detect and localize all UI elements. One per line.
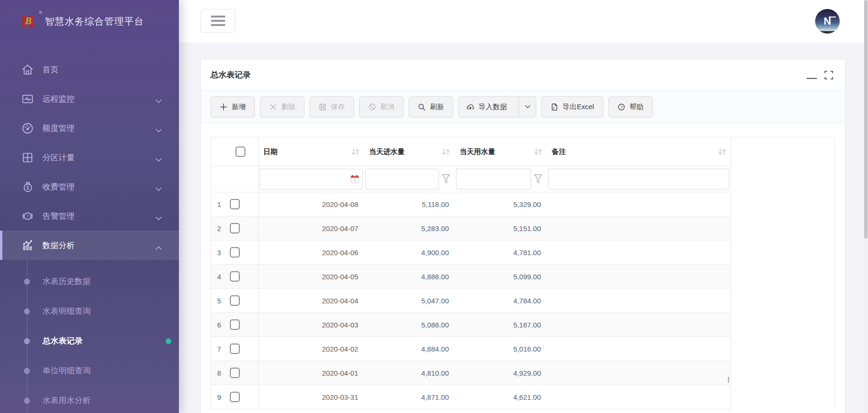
row-checkbox[interactable] <box>230 199 240 209</box>
sort-icon[interactable] <box>717 148 727 156</box>
fullscreen-icon[interactable] <box>824 70 834 80</box>
import-data-button[interactable]: 导入数据 <box>458 96 536 118</box>
cell-remark <box>547 337 731 361</box>
cell-remark <box>547 265 731 288</box>
row-checkbox[interactable] <box>230 319 240 330</box>
save-button[interactable]: 保存 <box>310 96 354 118</box>
row-spacer <box>731 361 834 385</box>
cancel-button[interactable]: 取消 <box>359 96 404 118</box>
sidebar-toggle-button[interactable] <box>201 9 235 33</box>
logo-letter-b: B <box>25 15 32 27</box>
table-row: 4 2020-04-05 4,888.00 5,099.00 <box>211 265 834 289</box>
column-divider <box>258 138 259 409</box>
minimize-icon[interactable] <box>807 78 817 79</box>
cell-inflow: 4,810.00 <box>364 361 455 385</box>
sort-icon[interactable] <box>441 148 451 156</box>
cell-usage: 4,781.00 <box>455 241 547 264</box>
save-icon <box>319 103 327 111</box>
logo-registered-mark: ® <box>39 10 42 15</box>
row-checkbox[interactable] <box>230 392 240 402</box>
sidebar-item-zone-metering[interactable]: 分区计量 <box>0 143 179 172</box>
row-checkbox[interactable] <box>230 295 240 306</box>
chevron-down-icon <box>155 185 162 189</box>
sidebar-item-remote-monitoring[interactable]: 远程监控 <box>0 84 179 113</box>
panel-title: 总水表记录 <box>211 69 807 80</box>
sidebar-item-quota-management[interactable]: 额度管理 <box>0 113 179 143</box>
header-select-cell <box>211 138 258 166</box>
select-all-checkbox[interactable] <box>236 146 245 157</box>
data-analysis-submenu: 水表历史数据 水表明细查询 总水表记录 单位明细查询 水表用水分析 <box>0 260 179 413</box>
monitor-icon <box>21 93 34 105</box>
refresh-button[interactable]: 刷新 <box>409 96 453 118</box>
cell-usage: 4,784.00 <box>455 289 547 312</box>
sidebar-subitem-label: 总水表记录 <box>42 336 83 346</box>
calendar-icon[interactable] <box>350 175 359 183</box>
search-icon <box>418 103 426 111</box>
row-checkbox[interactable] <box>230 344 240 354</box>
header-usage[interactable]: 当天用水量 <box>455 138 547 166</box>
table-row: 9 2020-03-31 4,871.00 4,621.00 <box>211 385 834 409</box>
svg-text:?: ? <box>620 104 623 109</box>
date-filter-input[interactable] <box>260 169 362 189</box>
cell-remark <box>547 289 731 312</box>
page-scrollbar-track[interactable] <box>864 0 868 413</box>
table-row: 2 2020-04-07 5,283.00 5,151.00 <box>211 216 834 241</box>
user-avatar[interactable]: N <box>815 9 840 34</box>
row-checkbox[interactable] <box>230 271 240 282</box>
header-date[interactable]: 日期 <box>258 138 364 166</box>
row-select-cell: 1 <box>211 192 258 216</box>
sidebar-item-label: 首页 <box>42 64 162 75</box>
remark-filter-input[interactable] <box>548 169 729 189</box>
cell-usage: 5,099.00 <box>455 265 547 288</box>
sidebar-item-fee-management[interactable]: $ 收费管理 <box>0 172 179 201</box>
cell-date: 2020-04-03 <box>258 313 364 336</box>
sidebar-item-alarm-management[interactable]: ! 告警管理 <box>0 201 179 231</box>
import-dropdown-toggle[interactable] <box>519 97 536 117</box>
svg-text:x: x <box>553 106 555 110</box>
filter-inflow-cell <box>364 166 455 192</box>
sidebar-item-label: 额度管理 <box>42 123 155 134</box>
cell-date: 2020-04-07 <box>258 216 364 240</box>
header-remark[interactable]: 备注 <box>547 138 731 166</box>
active-status-dot <box>166 338 171 344</box>
row-checkbox[interactable] <box>230 247 240 258</box>
brand: H B ® 智慧水务综合管理平台 <box>0 0 179 43</box>
help-button[interactable]: ? 帮助 <box>608 96 653 118</box>
row-spacer <box>731 192 834 216</box>
add-button[interactable]: 新增 <box>211 96 255 118</box>
sidebar-item-data-analysis[interactable]: 数据分析 <box>0 231 179 260</box>
cell-usage: 5,167.00 <box>455 313 547 336</box>
main-area: N 总水表记录 新增 <box>179 0 868 413</box>
row-spacer <box>731 265 834 289</box>
page-scrollbar-thumb[interactable] <box>864 0 868 239</box>
header-inflow[interactable]: 当天进水量 <box>364 138 455 166</box>
cell-inflow: 5,047.00 <box>364 289 455 312</box>
row-checkbox[interactable] <box>230 368 240 378</box>
sidebar-subitem-label: 水表历史数据 <box>42 276 91 287</box>
cell-date: 2020-04-02 <box>258 337 364 361</box>
sort-icon[interactable] <box>351 148 360 156</box>
row-number: 5 <box>217 297 228 305</box>
import-data-main[interactable]: 导入数据 <box>459 97 514 117</box>
sidebar-item-home[interactable]: 首页 <box>0 55 179 84</box>
mini-scrollbar-mark <box>728 377 729 383</box>
table-header-row: 日期 当天进水量 当天用水量 <box>211 138 834 166</box>
delete-button[interactable]: 删除 <box>260 96 304 118</box>
toolbar: 新增 删除 保存 取消 <box>201 90 845 124</box>
usage-filter-input[interactable] <box>456 169 531 189</box>
cell-inflow: 4,871.00 <box>364 385 455 409</box>
row-select-cell: 9 <box>211 385 258 409</box>
cell-remark <box>547 216 731 240</box>
filter-funnel-icon[interactable] <box>531 173 545 185</box>
cell-date: 2020-04-06 <box>258 241 364 264</box>
gauge-icon <box>21 122 34 135</box>
inflow-filter-input[interactable] <box>365 169 439 189</box>
column-divider <box>731 138 731 409</box>
filter-funnel-icon[interactable] <box>439 173 453 185</box>
row-spacer <box>731 313 834 337</box>
home-icon <box>21 63 34 76</box>
row-checkbox[interactable] <box>230 223 240 233</box>
export-excel-button[interactable]: x 导出Excel <box>541 96 603 118</box>
sort-icon[interactable] <box>533 148 543 156</box>
cell-usage: 5,016.00 <box>455 337 547 361</box>
